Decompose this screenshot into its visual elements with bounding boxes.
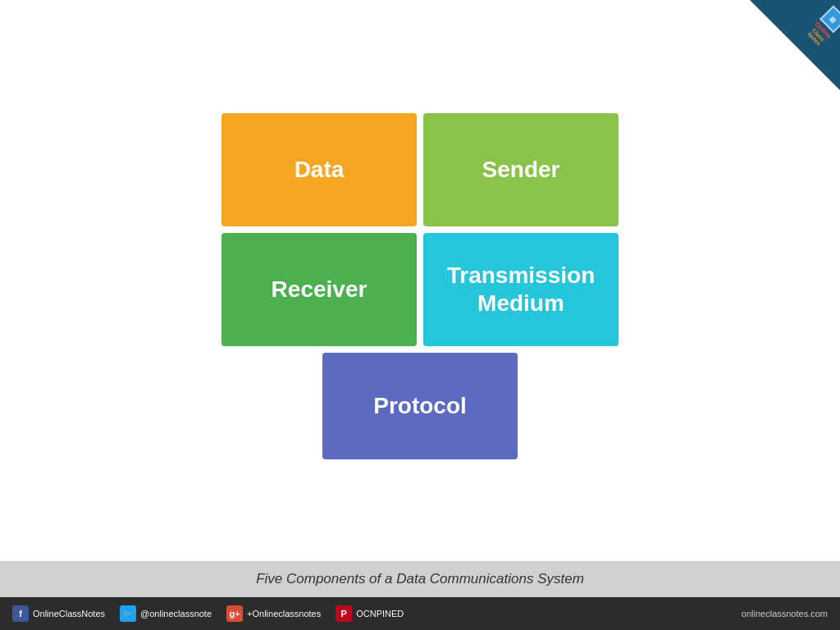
boxes-row-3: Protocol (322, 353, 518, 459)
googleplus-icon: g+ (226, 605, 243, 622)
footer-website: onlineclassnotes.com (742, 609, 828, 619)
pinterest-icon: P (336, 605, 352, 622)
facebook-label: OnlineClassNotes (33, 609, 105, 619)
sender-label: Sender (482, 156, 560, 184)
footer-googleplus[interactable]: g+ +Onlineclassnotes (226, 605, 321, 622)
transmission-box: Transmission Medium (423, 233, 619, 346)
facebook-icon: f (12, 605, 29, 622)
boxes-row-1: Data Sender (221, 113, 619, 226)
protocol-label: Protocol (373, 392, 467, 420)
twitter-label: @onlineclassnote (140, 609, 212, 619)
footer-twitter[interactable]: 🐦 @onlineclassnote (120, 605, 212, 622)
boxes-container: Data Sender Receiver Transmission Medium… (221, 113, 619, 459)
footer-pinterest[interactable]: P OCNPINED (336, 605, 404, 622)
twitter-icon: 🐦 (120, 605, 136, 622)
caption-bar: Five Components of a Data Communications… (0, 561, 840, 597)
transmission-label: Transmission Medium (447, 262, 596, 317)
footer-facebook[interactable]: f OnlineClassNotes (12, 605, 105, 622)
pinterest-label: OCNPINED (356, 609, 404, 619)
boxes-row-2: Receiver Transmission Medium (221, 233, 619, 346)
caption-text: Five Components of a Data Communications… (256, 571, 584, 587)
protocol-box: Protocol (322, 353, 518, 459)
googleplus-label: +Onlineclassnotes (247, 609, 321, 619)
sender-box: Sender (423, 113, 619, 226)
transmission-line2: Medium (477, 290, 564, 316)
main-content: Data Sender Receiver Transmission Medium… (0, 0, 840, 581)
data-box: Data (221, 113, 417, 226)
receiver-label: Receiver (272, 276, 368, 304)
corner-badge: ▦ Online Class Notes (750, 0, 840, 90)
data-label: Data (294, 156, 345, 184)
receiver-box: Receiver (221, 233, 417, 346)
footer: f OnlineClassNotes 🐦 @onlineclassnote g+… (0, 597, 840, 630)
footer-left: f OnlineClassNotes 🐦 @onlineclassnote g+… (12, 605, 404, 622)
transmission-line1: Transmission (447, 262, 596, 288)
